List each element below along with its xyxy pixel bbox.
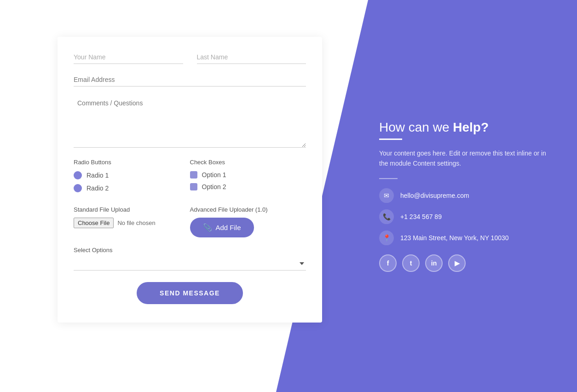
address-text: 123 Main Street, New York, NY 10030: [400, 234, 509, 242]
add-file-button[interactable]: 📎 Add File: [190, 218, 254, 237]
send-message-button[interactable]: SEND MESSAGE: [137, 282, 243, 304]
advanced-upload-col: Advanced File Uploader (1.0) 📎 Add File: [190, 206, 306, 237]
checkbox-option-1[interactable]: Option 1: [190, 171, 306, 179]
info-title-bold: Help?: [453, 120, 489, 134]
youtube-button[interactable]: ▶: [448, 254, 466, 272]
no-file-text: No file chosen: [117, 219, 155, 226]
checkbox-col: Check Boxes Option 1 Option 2: [190, 159, 306, 197]
info-panel: How can we Help? Your content goes here.…: [379, 120, 549, 272]
comments-row: [74, 96, 306, 150]
standard-upload-col: Standard File Upload Choose File No file…: [74, 206, 190, 228]
radio-checkbox-row: Radio Buttons Radio 1 Radio 2 Check Boxe…: [74, 159, 306, 197]
last-name-field: [197, 51, 306, 64]
contact-email: ✉ hello@divisupreme.com: [379, 188, 549, 203]
radio-circle-2: [74, 184, 82, 192]
info-title: How can we Help?: [379, 120, 549, 135]
name-row: [74, 51, 306, 64]
location-icon: 📍: [379, 231, 394, 245]
first-name-input[interactable]: [74, 51, 183, 64]
phone-text: +1 234 567 89: [400, 213, 442, 220]
info-divider: [379, 178, 398, 179]
first-name-field: [74, 51, 183, 64]
paperclip-icon: 📎: [203, 223, 212, 232]
add-file-label: Add File: [216, 224, 241, 231]
radio-label-1: Radio 1: [87, 172, 109, 179]
email-row: [74, 73, 306, 86]
radio-col: Radio Buttons Radio 1 Radio 2: [74, 159, 190, 197]
radio-circle-1: [74, 171, 82, 179]
email-input[interactable]: [74, 73, 306, 86]
contact-form-card: Radio Buttons Radio 1 Radio 2 Check Boxe…: [58, 37, 322, 323]
radio-option-1[interactable]: Radio 1: [74, 171, 190, 179]
facebook-button[interactable]: f: [379, 254, 397, 272]
last-name-input[interactable]: [197, 51, 306, 64]
checkbox-box-1: [190, 171, 197, 179]
checkbox-section-label: Check Boxes: [190, 159, 306, 166]
radio-section-label: Radio Buttons: [74, 159, 190, 166]
advanced-upload-label: Advanced File Uploader (1.0): [190, 206, 306, 213]
radio-option-2[interactable]: Radio 2: [74, 184, 190, 192]
select-section: Select Options Option 1 Option 2: [74, 247, 306, 271]
select-label: Select Options: [74, 247, 306, 254]
phone-icon: 📞: [379, 209, 394, 224]
checkbox-option-2[interactable]: Option 2: [190, 183, 306, 190]
radio-label-2: Radio 2: [87, 184, 109, 192]
info-title-normal: How can we: [379, 120, 453, 134]
standard-upload-label: Standard File Upload: [74, 206, 190, 213]
choose-file-button[interactable]: Choose File: [74, 218, 114, 228]
checkbox-label-1: Option 1: [202, 171, 226, 179]
contact-address: 📍 123 Main Street, New York, NY 10030: [379, 231, 549, 245]
linkedin-button[interactable]: in: [425, 254, 443, 272]
social-row: f t in ▶: [379, 254, 549, 272]
email-icon: ✉: [379, 188, 394, 203]
upload-row: Standard File Upload Choose File No file…: [74, 206, 306, 237]
info-title-underline: [379, 138, 402, 140]
comments-input[interactable]: [74, 96, 306, 148]
contact-phone: 📞 +1 234 567 89: [379, 209, 549, 224]
file-input-wrapper: Choose File No file chosen: [74, 218, 190, 228]
select-options-dropdown[interactable]: Option 1 Option 2: [74, 257, 306, 271]
checkbox-label-2: Option 2: [202, 183, 226, 190]
info-description: Your content goes here. Edit or remove t…: [379, 148, 549, 169]
checkbox-box-2: [190, 183, 197, 190]
email-text: hello@divisupreme.com: [400, 192, 469, 199]
twitter-button[interactable]: t: [402, 254, 420, 272]
